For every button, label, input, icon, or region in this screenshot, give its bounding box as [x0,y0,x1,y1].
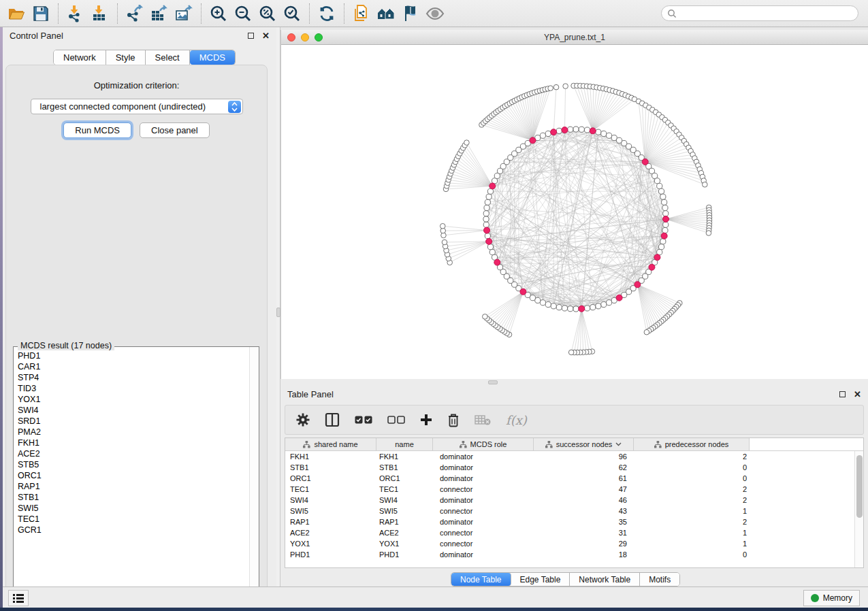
mcds-result-item[interactable]: FKH1 [18,437,248,448]
apply-layout-button[interactable] [315,1,339,27]
node[interactable] [606,300,611,306]
node[interactable] [535,297,541,303]
mcds-result-item[interactable]: PHD1 [18,350,248,361]
mcds-result-item[interactable]: CAR1 [18,361,248,372]
node[interactable] [464,140,470,146]
node[interactable] [662,199,667,205]
mcds-result-item[interactable]: GCR1 [18,525,248,535]
node[interactable] [483,216,489,222]
table-cell[interactable]: 96 [534,451,634,462]
dominator-node[interactable] [551,129,557,135]
node[interactable] [440,223,445,229]
table-row[interactable]: SWI4SWI4dominator462 [285,495,854,506]
node[interactable] [540,300,545,306]
table-cell[interactable]: SWI5 [285,506,376,516]
node[interactable] [601,301,607,307]
table-cell[interactable]: STB1 [285,462,376,473]
table-cell[interactable]: 1 [634,538,750,549]
table-cell[interactable]: FKH1 [285,451,376,462]
node[interactable] [584,306,590,311]
node[interactable] [662,205,668,210]
table-cell[interactable]: dominator [433,549,534,560]
window-zoom-icon[interactable] [315,33,323,42]
node[interactable] [556,128,562,133]
table-row[interactable]: SWI5SWI5connector431 [285,506,854,516]
node[interactable] [483,314,488,320]
node[interactable] [663,211,669,216]
window-close-icon[interactable] [287,33,295,42]
table-cell[interactable]: 1 [634,506,750,516]
export-table-button[interactable] [147,1,172,27]
mcds-result-list[interactable]: PHD1CAR1STP4TID3YOX1SWI4SRD1PMA2FKH1ACE2… [14,348,248,595]
export-image-button[interactable] [172,1,196,27]
dominator-node[interactable] [486,238,492,244]
table-body[interactable]: FKH1FKH1dominator962STB1STB1dominator620… [285,451,854,567]
table-row[interactable]: RAP1RAP1dominator352 [285,516,854,527]
node[interactable] [606,133,611,138]
dominator-node[interactable] [654,254,660,261]
dominator-node[interactable] [562,127,568,133]
table-cell[interactable]: RAP1 [376,516,433,527]
network-window-titlebar[interactable]: YPA_prune.txt_1 [281,30,868,45]
node[interactable] [590,305,596,310]
node[interactable] [658,244,664,250]
node[interactable] [663,222,669,227]
table-cell[interactable]: 2 [634,516,750,527]
node[interactable] [484,205,489,210]
dominator-node[interactable] [634,282,641,288]
table-cell[interactable]: 0 [634,473,750,484]
table-cell[interactable]: 1 [634,527,750,538]
table-cell[interactable]: YOX1 [376,538,433,549]
column-header-MCDS-role[interactable]: MCDS role [433,438,534,450]
network-canvas[interactable] [281,45,868,378]
table-cell[interactable]: connector [433,506,534,516]
table-cell[interactable]: FKH1 [376,451,433,462]
dominator-node[interactable] [616,295,622,301]
dominator-node[interactable] [642,159,648,165]
node[interactable] [489,249,495,254]
scrollbar-thumb[interactable] [856,455,863,518]
dominator-node[interactable] [649,264,655,270]
node[interactable] [611,135,617,140]
node[interactable] [485,199,490,205]
table-row[interactable]: PHD1PHD1dominator180 [285,549,854,560]
table-cell[interactable]: 2 [634,484,750,495]
table-cell[interactable]: 0 [634,549,750,560]
horizontal-splitter[interactable] [280,379,868,386]
memory-button[interactable]: Memory [803,590,860,606]
task-history-button[interactable] [8,590,29,606]
node[interactable] [568,127,573,132]
select-all-button[interactable] [355,416,372,424]
zoom-fit-button[interactable] [255,1,280,27]
table-cell[interactable]: SWI4 [376,495,433,506]
node[interactable] [703,182,708,187]
dominator-node[interactable] [661,233,667,239]
search-input[interactable] [677,9,852,18]
duplicate-network-button[interactable] [349,1,374,27]
node[interactable] [660,239,666,244]
node[interactable] [442,240,447,245]
tab-node-table[interactable]: Node Table [451,573,511,586]
node[interactable] [483,222,489,227]
mcds-result-item[interactable]: TEC1 [18,514,248,525]
tab-mcds[interactable]: MCDS [190,50,235,65]
mcds-result-item[interactable]: ACE2 [18,448,248,459]
hide-selected-button[interactable] [398,1,423,27]
node[interactable] [596,303,601,309]
tab-network-table[interactable]: Network Table [570,573,640,586]
tab-edge-table[interactable]: Edge Table [511,573,570,586]
table-cell[interactable]: YOX1 [285,538,376,549]
node[interactable] [562,306,567,311]
mcds-result-item[interactable]: TID3 [18,383,248,394]
node[interactable] [660,194,666,199]
node[interactable] [579,127,584,132]
table-cell[interactable]: 47 [534,484,634,495]
table-cell[interactable]: 43 [534,506,634,516]
delete-column-button[interactable] [447,413,460,427]
node[interactable] [483,211,489,216]
node[interactable] [486,194,492,199]
mcds-result-item[interactable]: STB1 [18,492,248,503]
table-cell[interactable]: TEC1 [285,484,376,495]
node[interactable] [573,306,579,312]
mcds-list-scrollbar[interactable] [249,347,259,596]
